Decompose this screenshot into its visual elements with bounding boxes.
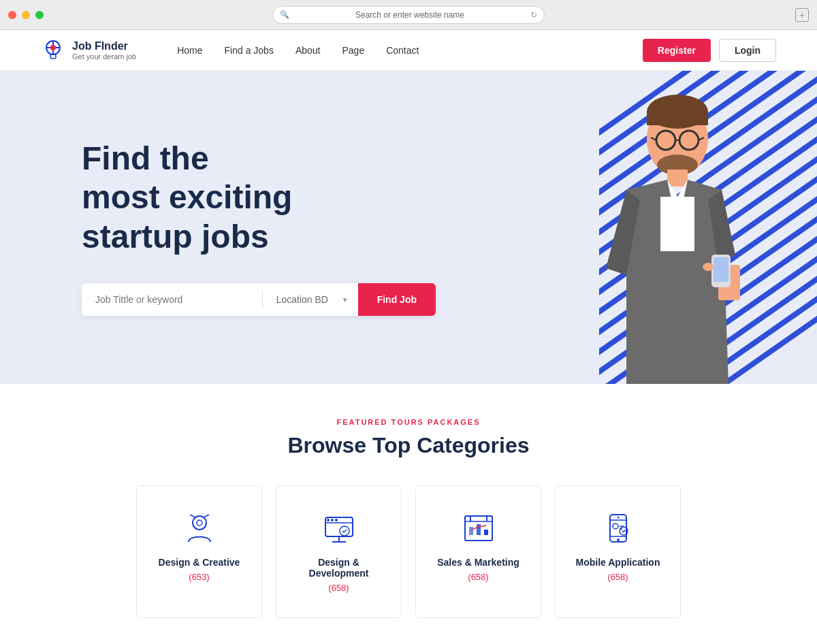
mac-titlebar: 🔍 Search or enter website name ↻ + [0, 0, 817, 30]
nav-link-about[interactable]: About [295, 45, 321, 56]
browser-content: Job FInder Get your deram job Home Find … [0, 30, 817, 644]
nav-link-find-jobs[interactable]: Find a Jobs [225, 45, 274, 56]
address-text: Search or enter website name [293, 10, 526, 20]
logo-text: Job FInder Get your deram job [72, 40, 136, 61]
categories-grid: Design & Creative (653) [41, 485, 776, 618]
location-select[interactable]: Location BD Dhaka Chittagong [263, 283, 358, 316]
svg-point-64 [613, 524, 618, 529]
category-count-design-dev: (658) [295, 583, 382, 593]
category-name-design-creative: Design & Creative [156, 557, 242, 568]
design-development-icon [321, 511, 357, 546]
section-title: Browse Top Categories [41, 433, 776, 458]
location-select-wrapper: Location BD Dhaka Chittagong ▼ [263, 283, 358, 316]
traffic-lights [8, 11, 44, 19]
close-button[interactable] [8, 11, 16, 19]
hero-title: Find the most exciting startup jobs [82, 139, 436, 257]
svg-point-40 [703, 263, 714, 271]
design-creative-icon [182, 511, 217, 546]
nav-actions: Register Login [643, 39, 776, 62]
nav-links: Home Find a Jobs About Page Contact [177, 45, 643, 56]
minimize-button[interactable] [22, 11, 30, 19]
category-card-sales[interactable]: Sales & Marketing (658) [415, 485, 541, 618]
find-job-button[interactable]: Find Job [358, 283, 436, 316]
svg-point-62 [617, 538, 620, 541]
svg-rect-27 [647, 112, 708, 125]
category-name-sales: Sales & Marketing [435, 557, 522, 568]
svg-point-48 [335, 519, 338, 521]
svg-rect-56 [469, 527, 473, 535]
navbar: Job FInder Get your deram job Home Find … [0, 30, 817, 71]
hero-person-image [572, 91, 776, 384]
category-card-design-creative[interactable]: Design & Creative (653) [136, 485, 262, 618]
logo[interactable]: Job FInder Get your deram job [41, 38, 136, 63]
svg-point-63 [617, 517, 619, 519]
job-keyword-input[interactable] [82, 283, 262, 316]
svg-point-42 [193, 516, 206, 530]
nav-link-page[interactable]: Page [342, 45, 364, 56]
maximize-button[interactable] [35, 11, 44, 19]
svg-rect-59 [610, 515, 626, 542]
address-bar[interactable]: 🔍 Search or enter website name ↻ [272, 6, 545, 24]
svg-rect-57 [477, 524, 481, 535]
hero-content: Find the most exciting startup jobs Loca… [0, 139, 436, 317]
category-name-design-dev: Design & Development [295, 557, 382, 579]
logo-subtitle: Get your deram job [72, 52, 136, 61]
category-card-design-dev[interactable]: Design & Development (658) [276, 485, 402, 618]
new-tab-button[interactable]: + [795, 8, 809, 22]
mobile-application-icon [600, 511, 636, 546]
logo-icon [41, 38, 65, 63]
category-count-design-creative: (653) [156, 572, 242, 582]
category-card-mobile[interactable]: Mobile Application (658) [555, 485, 681, 618]
section-label: FEATURED TOURS PACKAGES [41, 418, 776, 426]
svg-rect-58 [484, 530, 488, 535]
category-count-sales: (658) [435, 572, 522, 582]
nav-link-contact[interactable]: Contact [386, 45, 419, 56]
sales-marketing-icon [461, 511, 496, 546]
svg-point-43 [197, 520, 202, 526]
svg-rect-39 [714, 257, 728, 282]
register-button[interactable]: Register [643, 39, 711, 62]
hero-section: Find the most exciting startup jobs Loca… [0, 71, 817, 384]
svg-point-47 [331, 519, 334, 521]
svg-rect-34 [667, 170, 688, 187]
svg-rect-41 [660, 197, 694, 251]
logo-title: Job FInder [72, 40, 136, 52]
svg-point-46 [327, 519, 330, 521]
category-count-mobile: (658) [575, 572, 661, 582]
login-button[interactable]: Login [719, 39, 776, 62]
categories-section: FEATURED TOURS PACKAGES Browse Top Categ… [0, 384, 817, 644]
category-name-mobile: Mobile Application [575, 557, 661, 568]
search-icon: 🔍 [280, 10, 289, 19]
job-search-bar: Location BD Dhaka Chittagong ▼ Find Job [82, 283, 436, 316]
nav-link-home[interactable]: Home [177, 45, 202, 56]
refresh-icon[interactable]: ↻ [530, 10, 537, 20]
svg-point-1 [50, 45, 56, 50]
